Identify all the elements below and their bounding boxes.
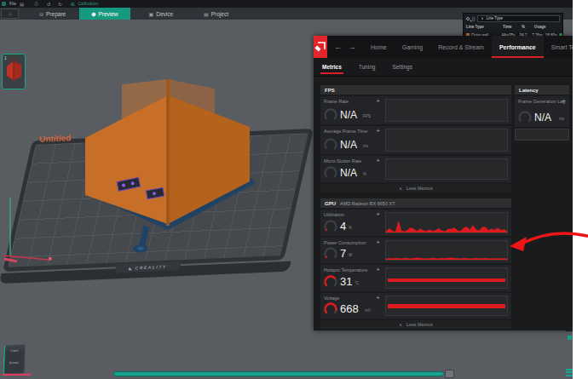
brand-mark-icon: ◣ xyxy=(129,265,135,270)
search-icon[interactable] xyxy=(466,17,470,20)
adrenalin-metrics-content: FPS Frame Rate + N/A FPS Average Frame T… xyxy=(314,77,573,330)
gauge-average-frame-time xyxy=(323,137,338,152)
gauge-micro-stutter-rate xyxy=(323,165,338,181)
adrenalin-tab-home[interactable]: Home xyxy=(363,36,395,58)
file-menu[interactable]: File xyxy=(9,2,16,6)
graph-frame-generation-lag xyxy=(515,129,569,141)
gpu-name: AMD Radeon RX 6650 XT xyxy=(340,201,395,206)
add-metric-button[interactable]: + xyxy=(562,97,566,105)
graph-hotspot-temperature xyxy=(385,267,508,289)
adrenalin-tab-record-stream[interactable]: Record & Stream xyxy=(430,36,492,58)
subtab-settings[interactable]: Settings xyxy=(383,58,421,77)
graph-micro-stutter-rate xyxy=(385,158,508,180)
less-metrics-button-gpu[interactable]: ∧ Less Metrics xyxy=(320,320,511,329)
tab-prepare[interactable]: ⊖ Prepare xyxy=(27,8,78,20)
gauge-voltage xyxy=(323,301,338,317)
gauge-frame-generation-lag xyxy=(517,110,533,125)
view-cube[interactable]: Travel Retract xyxy=(3,344,25,374)
undo-icon[interactable]: ↺ xyxy=(47,2,51,7)
build-plate-brand: CREALITY xyxy=(135,264,167,271)
plate-name-label: Untitled xyxy=(39,133,72,144)
chevron-up-icon: ∧ xyxy=(399,322,402,327)
adrenalin-header: ← → Home Gaming Record & Stream Performa… xyxy=(314,36,573,58)
calibration-menu[interactable]: Calibration xyxy=(78,2,99,6)
prepare-icon: ⊖ xyxy=(39,11,43,17)
gauge-power-consumption xyxy=(323,246,338,261)
device-icon: ▣ xyxy=(149,11,154,17)
gauge-frame-rate xyxy=(323,107,338,123)
menu-bar: File ▤ ⎙ ↺ ↻ ⊞ Calibration xyxy=(0,0,573,8)
tab-project[interactable]: ▤ Project xyxy=(192,8,240,20)
adrenalin-tab-smart-technology[interactable]: Smart Technology xyxy=(544,36,573,58)
metric-card-voltage: Voltage + 668 mV xyxy=(320,293,511,319)
app-logo-icon xyxy=(2,2,6,6)
preview-icon: ⬢ xyxy=(91,11,95,17)
line-type-dropdown[interactable]: ∨ Line Type xyxy=(477,15,560,22)
dropdown-value: Line Type xyxy=(487,16,503,20)
build-plate[interactable]: ◣ CREALITY xyxy=(3,129,314,272)
home-icon: ⌂ xyxy=(9,11,12,16)
layer-slider-dot[interactable] xyxy=(568,336,572,340)
group-header-latency: Latency xyxy=(515,85,569,95)
adrenalin-tab-performance[interactable]: Performance xyxy=(492,36,544,58)
subtab-metrics[interactable]: Metrics xyxy=(314,58,350,77)
forward-arrow-icon[interactable]: → xyxy=(349,43,363,51)
dropdown-caret-icon: ∨ xyxy=(481,16,483,20)
project-icon: ▤ xyxy=(204,11,209,17)
gauge-hotspot-temperature xyxy=(323,274,338,290)
slicer-app-window: File ▤ ⎙ ↺ ↻ ⊞ Calibration *FA test ⌂ ⊖ … xyxy=(0,0,573,379)
model-fin-translucent-right xyxy=(168,79,215,129)
graph-power-consumption xyxy=(385,240,508,261)
view-cube-label-front: Retract xyxy=(3,360,25,365)
metric-card-frame-rate: Frame Rate + N/A FPS xyxy=(320,96,511,124)
metric-card-utilization: Utilization + 4 % xyxy=(320,210,511,236)
screenshot-stage: File ▤ ⎙ ↺ ↻ ⊞ Calibration *FA test ⌂ ⊖ … xyxy=(0,0,588,379)
braces-icon[interactable]: {} xyxy=(472,16,475,21)
back-arrow-icon[interactable]: ← xyxy=(327,43,349,51)
view-cube-red-edge xyxy=(2,374,31,376)
metric-card-micro-stutter-rate: Micro Stutter Rate + N/A % xyxy=(320,156,511,182)
line-type-table-header: Line Type Time % Usage xyxy=(464,23,562,31)
subtab-tuning[interactable]: Tuning xyxy=(350,58,384,77)
metric-card-frame-generation-lag: Frame Generation Lag + N/A ms xyxy=(515,96,569,127)
chevron-up-icon: ∧ xyxy=(399,186,402,191)
add-metric-button[interactable]: + xyxy=(376,127,380,135)
adrenalin-tab-gaming[interactable]: Gaming xyxy=(395,36,431,58)
layer-timeline-slider[interactable] xyxy=(113,371,444,376)
add-metric-button[interactable]: + xyxy=(376,210,380,218)
line-type-toolbar: {} ∨ Line Type xyxy=(464,14,562,23)
add-metric-button[interactable]: + xyxy=(376,157,380,164)
add-metric-button[interactable]: + xyxy=(376,294,380,301)
gauge-utilization xyxy=(323,219,338,234)
amd-logo-icon[interactable] xyxy=(314,36,327,58)
less-metrics-button-fps[interactable]: ∧ Less Metrics xyxy=(320,184,511,192)
metric-card-hotspot-temperature: Hotspot Temperature + 31 °C xyxy=(320,265,511,291)
graph-voltage xyxy=(385,296,508,316)
print-icon[interactable]: ⎙ xyxy=(34,1,37,7)
plate-slot-number: 1 xyxy=(4,55,7,60)
view-cube-label-top: Travel xyxy=(3,348,25,353)
group-header-gpu: GPU AMD Radeon RX 6650 XT xyxy=(320,198,511,208)
metric-card-power-consumption: Power Consumption + 7 W xyxy=(320,238,511,263)
graph-frame-rate xyxy=(385,99,508,122)
workspace-icon[interactable]: ▤ xyxy=(20,2,24,7)
add-metric-button[interactable]: + xyxy=(376,238,380,246)
graph-average-frame-time xyxy=(385,129,508,152)
group-header-fps: FPS xyxy=(320,85,511,95)
timeline-handle[interactable] xyxy=(445,370,454,378)
tab-device[interactable]: ▣ Device xyxy=(137,8,186,20)
graph-utilization xyxy=(385,212,508,233)
add-metric-button[interactable]: + xyxy=(376,97,380,105)
redo-icon[interactable]: ↻ xyxy=(58,2,62,7)
adrenalin-subtabs: Metrics Tuning Settings xyxy=(314,58,573,77)
model-fin-translucent-left xyxy=(122,79,168,136)
home-button[interactable]: ⌂ xyxy=(1,9,19,19)
add-metric-button[interactable]: + xyxy=(376,266,380,273)
adrenalin-overlay: ← → Home Gaming Record & Stream Performa… xyxy=(314,36,573,330)
calibration-icon[interactable]: ⊞ xyxy=(71,2,75,7)
tab-preview[interactable]: ⬢ Preview xyxy=(79,8,130,20)
metric-card-average-frame-time: Average Frame Time + N/A ms xyxy=(320,126,511,154)
plate-slot-thumbnail[interactable]: 1 xyxy=(2,54,26,89)
layers-icon[interactable] xyxy=(566,367,573,378)
